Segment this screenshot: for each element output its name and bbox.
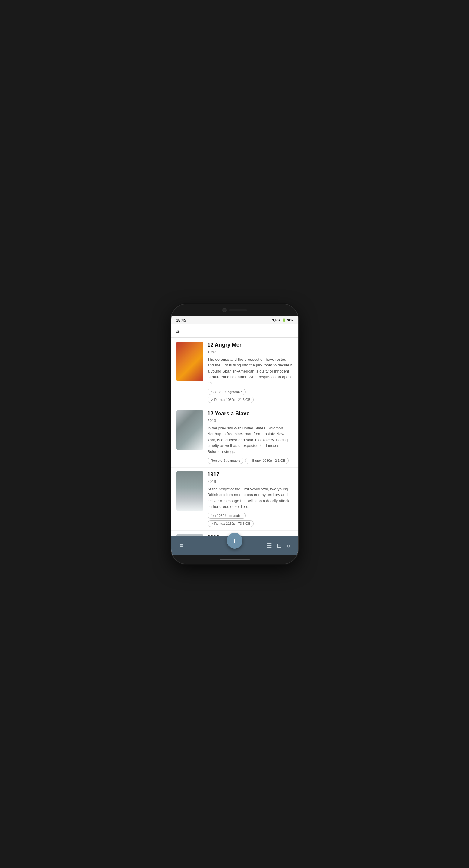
movie-year: 2019 <box>207 479 293 484</box>
home-indicator <box>171 555 298 564</box>
movie-title: 12 Years a Slave <box>207 410 293 417</box>
camera <box>222 308 227 312</box>
tag-file[interactable]: Remux-1080p - 21.6 GB <box>207 397 254 403</box>
battery-icon: 🔋78% <box>282 318 293 322</box>
movie-year: 1957 <box>207 350 293 354</box>
movie-description: At the height of the First World War, tw… <box>207 486 293 510</box>
status-time: 18:45 <box>176 318 186 322</box>
list-view-icon[interactable]: ☰ <box>267 542 272 549</box>
tag-file[interactable]: Bluray-1080p - 2.1 GB <box>245 458 289 464</box>
phone-top <box>171 304 298 316</box>
movie-description: The defense and the prosecution have res… <box>207 356 293 386</box>
movie-year: 2013 <box>207 418 293 423</box>
movie-poster <box>176 471 203 510</box>
status-bar: 18:45 ▾ ᷊R▲ 🔋78% <box>171 316 298 324</box>
signal-icon: ᷊R▲ <box>275 318 281 322</box>
movie-title: 12 Angry Men <box>207 342 293 348</box>
menu-button[interactable]: ≡ <box>177 540 186 552</box>
movie-info: 1917 2019 At the height of the First Wor… <box>207 471 293 527</box>
home-bar <box>220 559 250 560</box>
bottom-nav: ≡ + ☰ ⊟ ⌕ <box>171 536 298 555</box>
movie-title: 1917 <box>207 471 293 478</box>
speaker <box>229 309 247 311</box>
phone-frame: 18:45 ▾ ᷊R▲ 🔋78% # 12 Angry Men 1957 The… <box>171 304 298 564</box>
movie-info: 12 Angry Men 1957 The defense and the pr… <box>207 342 293 403</box>
right-nav-group: ☰ ⊟ ⌕ <box>264 539 293 552</box>
search-icon[interactable]: ⌕ <box>287 542 290 549</box>
section-header-hash: # <box>171 324 298 338</box>
movie-tags: Remote Streamable Bluray-1080p - 2.1 GB <box>207 458 293 464</box>
movie-description: In the pre-Civil War United States, Solo… <box>207 425 293 455</box>
movie-info: 12 Years a Slave 2013 In the pre-Civil W… <box>207 410 293 464</box>
fab-add-button[interactable]: + <box>227 533 242 549</box>
tag-quality[interactable]: Remote Streamable <box>207 458 244 464</box>
status-icons: ▾ ᷊R▲ 🔋78% <box>272 318 293 322</box>
movie-poster <box>176 342 203 381</box>
tag-quality[interactable]: 4k / 1080 Upgradable <box>207 389 246 395</box>
screen-content: # 12 Angry Men 1957 The defense and the … <box>171 324 298 555</box>
scroll-area[interactable]: # 12 Angry Men 1957 The defense and the … <box>171 324 298 536</box>
movie-tags: 4k / 1080 Upgradable Remux-2160p - 73.5 … <box>207 513 293 527</box>
wifi-icon: ▾ <box>272 318 274 322</box>
list-item[interactable]: 12 Years a Slave 2013 In the pre-Civil W… <box>171 407 298 468</box>
movie-poster <box>176 410 203 450</box>
tag-quality[interactable]: 4k / 1080 Upgradable <box>207 513 246 519</box>
list-item[interactable]: 12 Angry Men 1957 The defense and the pr… <box>171 338 298 407</box>
filter-icon[interactable]: ⊟ <box>277 542 282 549</box>
tag-file[interactable]: Remux-2160p - 73.5 GB <box>207 521 254 527</box>
list-item[interactable]: 1917 2019 At the height of the First Wor… <box>171 468 298 531</box>
movie-tags: 4k / 1080 Upgradable Remux-1080p - 21.6 … <box>207 389 293 403</box>
